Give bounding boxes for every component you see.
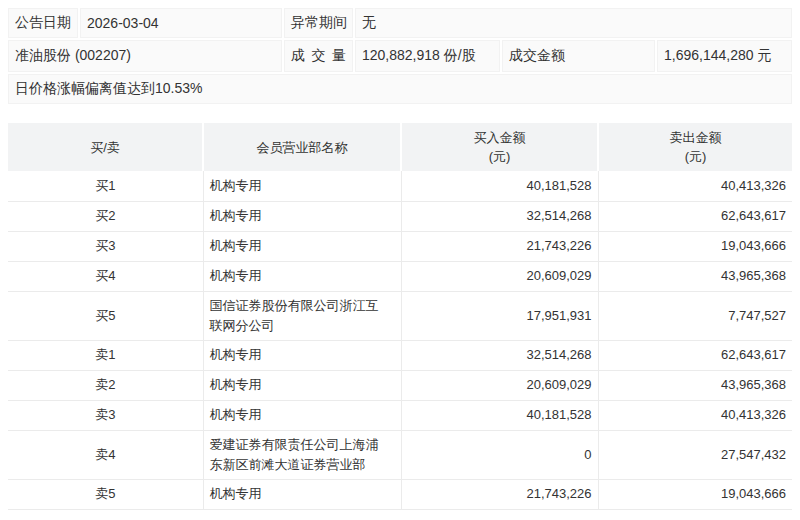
announce-date-value: 2026-03-04 [80,8,282,38]
table-row: 买3 机构专用 21,743,226 19,043,666 [8,231,792,261]
buy-amount-cell: 40,181,528 [401,400,598,430]
branch-name-cell: 机构专用 [203,261,401,291]
sell-amount-title: 卖出金额 [599,128,792,147]
table-row: 卖2 机构专用 20,609,029 43,965,368 [8,370,792,400]
buy-amount-cell: 40,181,528 [401,171,598,201]
col-header-branch: 会员营业部名称 [203,123,401,171]
table-row: 买4 机构专用 20,609,029 43,965,368 [8,261,792,291]
side-cell: 买2 [8,201,203,231]
table-row: 卖3 机构专用 40,181,528 40,413,326 [8,400,792,430]
side-cell: 买3 [8,231,203,261]
sell-amount-cell: 19,043,666 [598,231,792,261]
sell-amount-cell: 62,643,617 [598,340,792,370]
side-cell: 卖1 [8,340,203,370]
buy-amount-cell: 32,514,268 [401,340,598,370]
side-cell: 买1 [8,171,203,201]
buy-amount-cell: 21,743,226 [401,231,598,261]
sell-amount-cell: 62,643,617 [598,201,792,231]
sell-amount-cell: 40,413,326 [598,400,792,430]
buy-amount-cell: 0 [401,430,598,479]
side-cell: 卖3 [8,400,203,430]
sell-amount-cell: 7,747,527 [598,291,792,340]
col-header-buy-sell: 买/卖 [8,123,203,171]
buy-amount-title: 买入金额 [402,128,597,147]
branch-name-cell: 机构专用 [203,340,401,370]
branch-name-cell: 机构专用 [203,400,401,430]
branch-name-cell: 机构专用 [203,370,401,400]
side-cell: 卖5 [8,479,203,509]
table-row: 买1 机构专用 40,181,528 40,413,326 [8,171,792,201]
info-row-stock: 准油股份 (002207) 成交量 120,882,918 份/股 成交金额 1… [8,40,792,72]
side-cell: 买5 [8,291,203,340]
sell-amount-cell: 19,043,666 [598,479,792,509]
abnormal-period-value: 无 [355,8,792,38]
stock-name: 准油股份 (002207) [8,40,282,72]
seat-trade-table: 买/卖 会员营业部名称 买入金额 (元) 卖出金额 (元) 买1 机构专用 40… [8,123,792,510]
branch-name-cell: 国信证券股份有限公司浙江互联网分公司 [203,291,401,340]
branch-name-cell: 机构专用 [203,171,401,201]
table-body: 买1 机构专用 40,181,528 40,413,326 买2 机构专用 32… [8,171,792,509]
sell-amount-cell: 43,965,368 [598,261,792,291]
table-header: 买/卖 会员营业部名称 买入金额 (元) 卖出金额 (元) [8,123,792,171]
side-cell: 卖4 [8,430,203,479]
buy-amount-cell: 21,743,226 [401,479,598,509]
announcement-info-section: 公告日期 2026-03-04 异常期间 无 准油股份 (002207) 成交量… [8,8,792,104]
table-row: 卖5 机构专用 21,743,226 19,043,666 [8,479,792,509]
info-row-date: 公告日期 2026-03-04 异常期间 无 [8,8,792,38]
branch-name-cell: 爱建证券有限责任公司上海浦东新区前滩大道证券营业部 [203,430,401,479]
side-cell: 买4 [8,261,203,291]
info-row-reason: 日价格涨幅偏离值达到10.53% [8,74,792,104]
col-header-sell-amount: 卖出金额 (元) [598,123,792,171]
buy-amount-cell: 32,514,268 [401,201,598,231]
volume-label: 成交量 [284,40,353,72]
sell-amount-cell: 27,547,432 [598,430,792,479]
buy-amount-cell: 20,609,029 [401,370,598,400]
turnover-value: 1,696,144,280 元 [657,40,792,72]
abnormal-period-label: 异常期间 [284,8,353,38]
turnover-label: 成交金额 [502,40,655,72]
branch-name-cell: 机构专用 [203,201,401,231]
branch-name-cell: 机构专用 [203,231,401,261]
volume-label-text: 成交量 [291,47,346,65]
col-header-buy-amount: 买入金额 (元) [401,123,598,171]
buy-amount-cell: 17,951,931 [401,291,598,340]
buy-amount-unit: (元) [402,147,597,166]
table-row: 买2 机构专用 32,514,268 62,643,617 [8,201,792,231]
announce-date-label: 公告日期 [8,8,78,38]
table-row: 买5 国信证券股份有限公司浙江互联网分公司 17,951,931 7,747,5… [8,291,792,340]
side-cell: 卖2 [8,370,203,400]
sell-amount-cell: 40,413,326 [598,171,792,201]
page: 公告日期 2026-03-04 异常期间 无 准油股份 (002207) 成交量… [8,8,792,510]
volume-value: 120,882,918 份/股 [355,40,500,72]
sell-amount-cell: 43,965,368 [598,370,792,400]
table-row: 卖1 机构专用 32,514,268 62,643,617 [8,340,792,370]
deviation-reason: 日价格涨幅偏离值达到10.53% [8,74,792,104]
branch-name-cell: 机构专用 [203,479,401,509]
buy-amount-cell: 20,609,029 [401,261,598,291]
sell-amount-unit: (元) [599,147,792,166]
table-row: 卖4 爱建证券有限责任公司上海浦东新区前滩大道证券营业部 0 27,547,43… [8,430,792,479]
